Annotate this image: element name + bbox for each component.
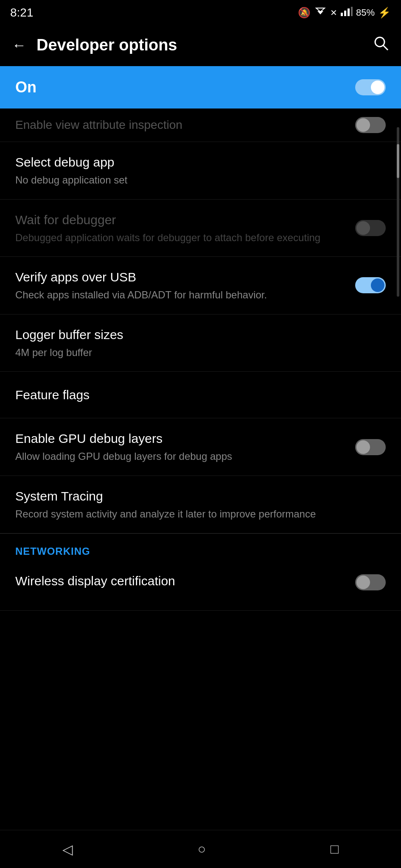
- partial-setting-text: Enable view attribute inspection: [15, 117, 355, 133]
- setting-title: Verify apps over USB: [15, 269, 347, 285]
- setting-subtitle: Record system activity and analyze it la…: [15, 507, 377, 521]
- dev-on-label: On: [15, 78, 36, 96]
- setting-title: System Tracing: [15, 488, 377, 504]
- enable-view-attribute-toggle[interactable]: [355, 117, 386, 133]
- back-button[interactable]: ←: [12, 37, 26, 53]
- page-title: Developer options: [36, 36, 177, 54]
- partial-setting-title: Enable view attribute inspection: [15, 118, 182, 131]
- toggle-thumb: [356, 118, 370, 132]
- setting-text: Wait for debugger Debugged application w…: [15, 211, 355, 245]
- setting-text: Logger buffer sizes 4M per log buffer: [15, 326, 386, 360]
- svg-rect-3: [344, 11, 346, 16]
- setting-title: Wait for debugger: [15, 211, 347, 228]
- battery-text: 85%: [356, 7, 375, 18]
- wait-for-debugger-toggle[interactable]: [355, 220, 386, 236]
- search-button[interactable]: [373, 35, 389, 55]
- status-bar: 8:21 🔕 ✕ 85% ⚡: [0, 0, 401, 24]
- setting-item-wait-for-debugger[interactable]: Wait for debugger Debugged application w…: [0, 200, 401, 257]
- setting-subtitle: No debug application set: [15, 173, 377, 187]
- setting-title: Wireless display certification: [15, 573, 347, 589]
- signal-icon: [341, 7, 353, 19]
- setting-text: System Tracing Record system activity an…: [15, 488, 386, 521]
- bottom-nav: ◁ ○ □: [0, 830, 401, 868]
- header-left: ← Developer options: [12, 36, 177, 54]
- setting-text: Feature flags: [15, 387, 386, 403]
- setting-item-feature-flags[interactable]: Feature flags: [0, 372, 401, 418]
- svg-line-7: [383, 45, 388, 50]
- scrollbar-thumb[interactable]: [397, 144, 399, 178]
- svg-rect-2: [341, 13, 343, 16]
- wifi-icon: [314, 7, 327, 19]
- header: ← Developer options: [0, 24, 401, 66]
- partial-setting-item: Enable view attribute inspection: [0, 108, 401, 142]
- signal-x-icon: ✕: [330, 8, 337, 18]
- setting-item-select-debug-app[interactable]: Select debug app No debug application se…: [0, 142, 401, 200]
- battery-charging-icon: ⚡: [378, 7, 391, 19]
- settings-list: Enable view attribute inspection Select …: [0, 108, 401, 534]
- wireless-display-toggle[interactable]: [355, 574, 386, 590]
- toggle-thumb: [356, 440, 370, 454]
- setting-text: Enable GPU debug layers Allow loading GP…: [15, 430, 355, 464]
- setting-item-verify-apps-usb[interactable]: Verify apps over USB Check apps installe…: [0, 257, 401, 314]
- setting-text: Verify apps over USB Check apps installe…: [15, 269, 355, 302]
- setting-subtitle: Check apps installed via ADB/ADT for har…: [15, 288, 347, 302]
- networking-section-header: NETWORKING: [0, 534, 401, 564]
- svg-rect-5: [351, 7, 353, 16]
- setting-title: Enable GPU debug layers: [15, 430, 347, 447]
- developer-options-toggle[interactable]: [355, 79, 386, 95]
- setting-title: Feature flags: [15, 387, 377, 403]
- setting-item-system-tracing[interactable]: System Tracing Record system activity an…: [0, 476, 401, 534]
- svg-rect-4: [348, 8, 350, 16]
- setting-subtitle: Allow loading GPU debug layers for debug…: [15, 449, 347, 464]
- recents-nav-button[interactable]: □: [318, 836, 351, 862]
- toggle-thumb: [371, 81, 384, 94]
- toggle-thumb: [356, 221, 370, 235]
- setting-text: Wireless display certification: [15, 573, 355, 589]
- home-nav-button[interactable]: ○: [185, 836, 219, 862]
- gpu-debug-layers-toggle[interactable]: [355, 439, 386, 455]
- status-time: 8:21: [10, 6, 34, 19]
- setting-subtitle: Debugged application waits for debugger …: [15, 231, 347, 245]
- setting-item-wireless-display[interactable]: Wireless display certification: [0, 564, 401, 611]
- setting-item-gpu-debug-layers[interactable]: Enable GPU debug layers Allow loading GP…: [0, 418, 401, 476]
- toggle-thumb: [356, 576, 370, 589]
- setting-text: Select debug app No debug application se…: [15, 154, 386, 187]
- toggle-thumb: [371, 278, 384, 292]
- scrollbar-track: [397, 127, 399, 297]
- setting-title: Logger buffer sizes: [15, 326, 377, 343]
- developer-on-banner[interactable]: On: [0, 66, 401, 108]
- setting-subtitle: 4M per log buffer: [15, 345, 377, 360]
- status-icons: 🔕 ✕ 85% ⚡: [298, 7, 391, 19]
- setting-title: Select debug app: [15, 154, 377, 170]
- svg-point-6: [375, 37, 384, 47]
- back-nav-button[interactable]: ◁: [50, 836, 86, 862]
- verify-apps-usb-toggle[interactable]: [355, 277, 386, 293]
- mute-icon: 🔕: [298, 7, 311, 19]
- setting-item-logger-buffer-sizes[interactable]: Logger buffer sizes 4M per log buffer: [0, 314, 401, 372]
- networking-section-label: NETWORKING: [15, 545, 90, 557]
